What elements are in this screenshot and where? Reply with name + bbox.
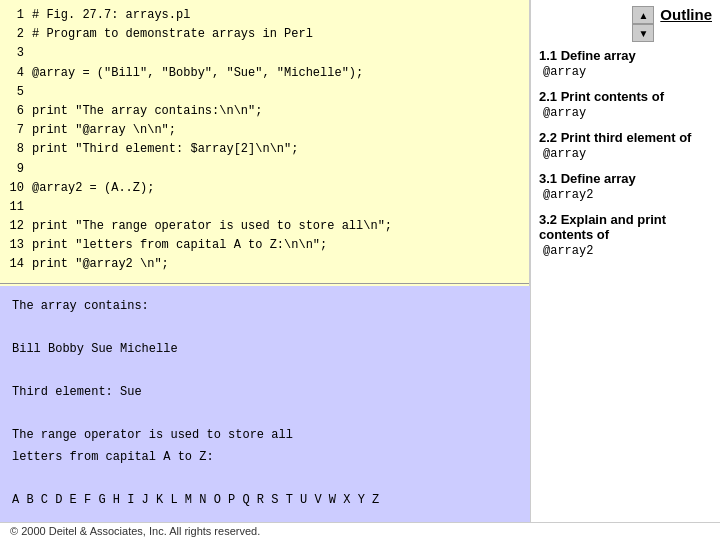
outline-section[interactable]: 2.2 Print third element of@array: [539, 130, 712, 161]
footer: © 2000 Deitel & Associates, Inc. All rig…: [0, 522, 720, 540]
code-line: 3: [4, 44, 525, 63]
outline-section-title: 1.1 Define array: [539, 48, 712, 63]
line-number: 13: [4, 236, 24, 255]
code-line: 4@array = ("Bill", "Bobby", "Sue", "Mich…: [4, 64, 525, 83]
outline-header: ▲ ▼ Outline: [539, 6, 712, 42]
nav-up-button[interactable]: ▲: [632, 6, 654, 24]
output-line: The array contains:: [12, 296, 518, 318]
output-line: [12, 404, 518, 426]
output-line: A B C D E F G H I J K L M N O P Q R S T …: [12, 490, 518, 512]
output-line: [12, 468, 518, 490]
output-line: [12, 317, 518, 339]
line-content: @array = ("Bill", "Bobby", "Sue", "Miche…: [32, 64, 363, 83]
main-container: 1# Fig. 27.7: arrays.pl2# Program to dem…: [0, 0, 720, 540]
output-line: The range operator is used to store all: [12, 425, 518, 447]
line-content: print "letters from capital A to Z:\n\n"…: [32, 236, 327, 255]
outline-section-sub: @array: [543, 106, 712, 120]
outline-section[interactable]: 2.1 Print contents of@array: [539, 89, 712, 120]
code-line: 8print "Third element: $array[2]\n\n";: [4, 140, 525, 159]
line-number: 14: [4, 255, 24, 274]
outline-sections: 1.1 Define array@array2.1 Print contents…: [539, 48, 712, 268]
outline-section-title: 3.1 Define array: [539, 171, 712, 186]
line-content: print "The array contains:\n\n";: [32, 102, 262, 121]
line-content: print "@array \n\n";: [32, 121, 176, 140]
line-number: 3: [4, 44, 24, 63]
line-content: print "The range operator is used to sto…: [32, 217, 392, 236]
line-number: 11: [4, 198, 24, 217]
code-line: 14print "@array2 \n";: [4, 255, 525, 274]
code-line: 6print "The array contains:\n\n";: [4, 102, 525, 121]
divider: [0, 283, 529, 284]
code-line: 13print "letters from capital A to Z:\n\…: [4, 236, 525, 255]
nav-down-button[interactable]: ▼: [632, 24, 654, 42]
code-line: 1# Fig. 27.7: arrays.pl: [4, 6, 525, 25]
line-content: print "Third element: $array[2]\n\n";: [32, 140, 298, 159]
code-line: 9: [4, 160, 525, 179]
outline-section[interactable]: 1.1 Define array@array: [539, 48, 712, 79]
code-line: 7print "@array \n\n";: [4, 121, 525, 140]
line-number: 5: [4, 83, 24, 102]
line-number: 1: [4, 6, 24, 25]
line-number: 6: [4, 102, 24, 121]
code-line: 2# Program to demonstrate arrays in Perl: [4, 25, 525, 44]
output-panel: The array contains: Bill Bobby Sue Miche…: [0, 286, 530, 522]
outline-section-title: 2.1 Print contents of: [539, 89, 712, 104]
line-number: 7: [4, 121, 24, 140]
outline-panel: ▲ ▼ Outline 1.1 Define array@array2.1 Pr…: [530, 0, 720, 522]
line-number: 12: [4, 217, 24, 236]
outline-title: Outline: [660, 6, 712, 23]
outline-section[interactable]: 3.1 Define array@array2: [539, 171, 712, 202]
line-number: 2: [4, 25, 24, 44]
outline-section-sub: @array: [543, 147, 712, 161]
output-line: [12, 360, 518, 382]
outline-section-sub: @array2: [543, 244, 712, 258]
outline-section-title: 2.2 Print third element of: [539, 130, 712, 145]
output-line: Third element: Sue: [12, 382, 518, 404]
outline-section[interactable]: 3.2 Explain and print contents of@array2: [539, 212, 712, 258]
line-content: @array2 = (A..Z);: [32, 179, 154, 198]
code-line: 11: [4, 198, 525, 217]
output-line: letters from capital A to Z:: [12, 447, 518, 469]
code-area: 1# Fig. 27.7: arrays.pl2# Program to dem…: [0, 0, 529, 281]
main-area: 1# Fig. 27.7: arrays.pl2# Program to dem…: [0, 0, 720, 522]
left-panel: 1# Fig. 27.7: arrays.pl2# Program to dem…: [0, 0, 530, 522]
outline-section-sub: @array2: [543, 188, 712, 202]
outline-section-sub: @array: [543, 65, 712, 79]
output-line: Bill Bobby Sue Michelle: [12, 339, 518, 361]
code-line: 12print "The range operator is used to s…: [4, 217, 525, 236]
line-number: 10: [4, 179, 24, 198]
copyright-text: © 2000 Deitel & Associates, Inc. All rig…: [10, 525, 260, 537]
line-number: 8: [4, 140, 24, 159]
code-line: 10@array2 = (A..Z);: [4, 179, 525, 198]
line-number: 9: [4, 160, 24, 179]
code-line: 5: [4, 83, 525, 102]
line-number: 4: [4, 64, 24, 83]
outline-section-title: 3.2 Explain and print contents of: [539, 212, 712, 242]
line-content: # Fig. 27.7: arrays.pl: [32, 6, 190, 25]
line-content: # Program to demonstrate arrays in Perl: [32, 25, 313, 44]
line-content: print "@array2 \n";: [32, 255, 169, 274]
nav-arrows: ▲ ▼: [632, 6, 654, 42]
